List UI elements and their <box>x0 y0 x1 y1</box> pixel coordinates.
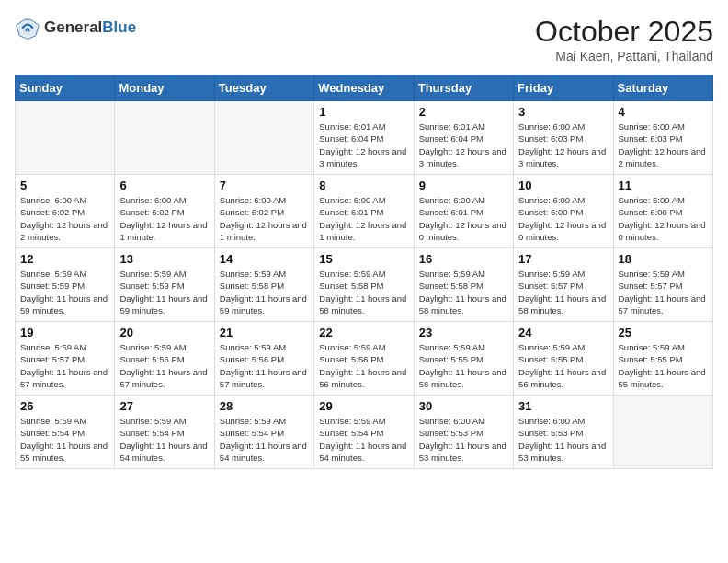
day-cell-1-3: 8Sunrise: 6:00 AMSunset: 6:01 PMDaylight… <box>314 175 414 248</box>
day-cell-4-5: 31Sunrise: 6:00 AMSunset: 5:53 PMDayligh… <box>514 396 613 469</box>
week-row-1: 1Sunrise: 6:01 AMSunset: 6:04 PMDaylight… <box>16 101 713 175</box>
day-number: 13 <box>119 252 209 266</box>
day-number: 27 <box>119 399 209 413</box>
logo-text: GeneralBlue <box>44 18 136 37</box>
day-info: Sunrise: 5:59 AMSunset: 5:59 PMDaylight:… <box>119 268 209 316</box>
week-row-5: 26Sunrise: 5:59 AMSunset: 5:54 PMDayligh… <box>16 396 713 469</box>
header-tuesday: Tuesday <box>214 75 313 101</box>
day-info: Sunrise: 5:59 AMSunset: 5:54 PMDaylight:… <box>20 415 109 464</box>
day-info: Sunrise: 5:59 AMSunset: 5:58 PMDaylight:… <box>419 268 508 316</box>
day-number: 29 <box>319 399 408 413</box>
day-cell-0-6: 4Sunrise: 6:00 AMSunset: 6:03 PMDaylight… <box>613 101 712 175</box>
logo: GeneralBlue <box>15 15 136 40</box>
day-cell-2-5: 17Sunrise: 5:59 AMSunset: 5:57 PMDayligh… <box>514 248 613 322</box>
day-number: 11 <box>619 178 708 192</box>
day-info: Sunrise: 6:00 AMSunset: 6:02 PMDaylight:… <box>220 194 309 243</box>
day-info: Sunrise: 6:00 AMSunset: 6:02 PMDaylight:… <box>119 194 209 243</box>
day-info: Sunrise: 6:00 AMSunset: 6:02 PMDaylight:… <box>20 194 109 243</box>
logo-icon <box>15 15 40 40</box>
day-cell-1-4: 9Sunrise: 6:00 AMSunset: 6:01 PMDaylight… <box>414 175 513 248</box>
location: Mai Kaen, Pattani, Thailand <box>535 49 713 63</box>
day-number: 2 <box>419 105 508 119</box>
day-number: 6 <box>119 178 209 192</box>
day-cell-1-2: 7Sunrise: 6:00 AMSunset: 6:02 PMDaylight… <box>214 175 313 248</box>
day-cell-0-2 <box>214 101 313 175</box>
day-info: Sunrise: 6:01 AMSunset: 6:04 PMDaylight:… <box>319 121 408 169</box>
day-cell-1-0: 5Sunrise: 6:00 AMSunset: 6:02 PMDaylight… <box>16 175 115 248</box>
calendar-table: Sunday Monday Tuesday Wednesday Thursday… <box>15 75 713 469</box>
day-cell-3-5: 24Sunrise: 5:59 AMSunset: 5:55 PMDayligh… <box>514 322 613 396</box>
month-title: October 2025 <box>535 15 713 49</box>
day-number: 21 <box>220 326 309 339</box>
page-header: GeneralBlue October 2025 Mai Kaen, Patta… <box>15 15 713 63</box>
day-number: 19 <box>20 326 109 339</box>
day-info: Sunrise: 5:59 AMSunset: 5:57 PMDaylight:… <box>619 268 708 316</box>
day-info: Sunrise: 5:59 AMSunset: 5:56 PMDaylight:… <box>220 341 309 390</box>
day-cell-4-0: 26Sunrise: 5:59 AMSunset: 5:54 PMDayligh… <box>16 396 115 469</box>
day-number: 30 <box>419 399 508 413</box>
header-saturday: Saturday <box>613 75 712 101</box>
day-info: Sunrise: 6:00 AMSunset: 6:00 PMDaylight:… <box>518 194 608 243</box>
title-section: October 2025 Mai Kaen, Pattani, Thailand <box>535 15 713 63</box>
day-cell-2-4: 16Sunrise: 5:59 AMSunset: 5:58 PMDayligh… <box>414 248 513 322</box>
day-info: Sunrise: 6:00 AMSunset: 6:01 PMDaylight:… <box>319 194 408 243</box>
day-number: 8 <box>319 178 408 192</box>
day-info: Sunrise: 5:59 AMSunset: 5:55 PMDaylight:… <box>518 341 608 390</box>
day-cell-3-0: 19Sunrise: 5:59 AMSunset: 5:57 PMDayligh… <box>16 322 115 396</box>
week-row-2: 5Sunrise: 6:00 AMSunset: 6:02 PMDaylight… <box>16 175 713 248</box>
day-number: 24 <box>518 326 608 339</box>
day-number: 9 <box>419 178 508 192</box>
day-cell-3-3: 22Sunrise: 5:59 AMSunset: 5:56 PMDayligh… <box>314 322 414 396</box>
day-info: Sunrise: 6:00 AMSunset: 5:53 PMDaylight:… <box>518 415 608 464</box>
day-number: 25 <box>619 326 708 339</box>
day-info: Sunrise: 6:01 AMSunset: 6:04 PMDaylight:… <box>419 121 508 169</box>
day-info: Sunrise: 6:00 AMSunset: 5:53 PMDaylight:… <box>419 415 508 464</box>
day-info: Sunrise: 5:59 AMSunset: 5:58 PMDaylight:… <box>319 268 408 316</box>
day-cell-1-1: 6Sunrise: 6:00 AMSunset: 6:02 PMDaylight… <box>115 175 214 248</box>
day-info: Sunrise: 6:00 AMSunset: 6:01 PMDaylight:… <box>419 194 508 243</box>
day-cell-1-6: 11Sunrise: 6:00 AMSunset: 6:00 PMDayligh… <box>613 175 712 248</box>
day-info: Sunrise: 5:59 AMSunset: 5:57 PMDaylight:… <box>518 268 608 316</box>
calendar-header-row: Sunday Monday Tuesday Wednesday Thursday… <box>16 75 713 101</box>
day-cell-4-4: 30Sunrise: 6:00 AMSunset: 5:53 PMDayligh… <box>414 396 513 469</box>
day-number: 16 <box>419 252 508 266</box>
day-cell-4-6 <box>613 396 712 469</box>
day-info: Sunrise: 6:00 AMSunset: 6:03 PMDaylight:… <box>518 121 608 169</box>
day-number: 20 <box>119 326 209 339</box>
day-number: 14 <box>220 252 309 266</box>
day-cell-3-1: 20Sunrise: 5:59 AMSunset: 5:56 PMDayligh… <box>115 322 214 396</box>
day-number: 15 <box>319 252 408 266</box>
day-info: Sunrise: 6:00 AMSunset: 6:03 PMDaylight:… <box>619 121 708 169</box>
day-number: 22 <box>319 326 408 339</box>
day-number: 31 <box>518 399 608 413</box>
day-info: Sunrise: 6:00 AMSunset: 6:00 PMDaylight:… <box>619 194 708 243</box>
day-number: 10 <box>518 178 608 192</box>
day-number: 17 <box>518 252 608 266</box>
day-number: 3 <box>518 105 608 119</box>
day-cell-2-3: 15Sunrise: 5:59 AMSunset: 5:58 PMDayligh… <box>314 248 414 322</box>
day-number: 1 <box>319 105 408 119</box>
header-thursday: Thursday <box>414 75 513 101</box>
day-cell-0-4: 2Sunrise: 6:01 AMSunset: 6:04 PMDaylight… <box>414 101 513 175</box>
day-info: Sunrise: 5:59 AMSunset: 5:56 PMDaylight:… <box>319 341 408 390</box>
day-info: Sunrise: 5:59 AMSunset: 5:54 PMDaylight:… <box>220 415 309 464</box>
day-cell-2-2: 14Sunrise: 5:59 AMSunset: 5:58 PMDayligh… <box>214 248 313 322</box>
day-cell-3-2: 21Sunrise: 5:59 AMSunset: 5:56 PMDayligh… <box>214 322 313 396</box>
day-cell-4-2: 28Sunrise: 5:59 AMSunset: 5:54 PMDayligh… <box>214 396 313 469</box>
week-row-4: 19Sunrise: 5:59 AMSunset: 5:57 PMDayligh… <box>16 322 713 396</box>
day-number: 4 <box>619 105 708 119</box>
day-number: 18 <box>619 252 708 266</box>
day-cell-3-6: 25Sunrise: 5:59 AMSunset: 5:55 PMDayligh… <box>613 322 712 396</box>
header-monday: Monday <box>115 75 214 101</box>
day-info: Sunrise: 5:59 AMSunset: 5:56 PMDaylight:… <box>119 341 209 390</box>
day-info: Sunrise: 5:59 AMSunset: 5:55 PMDaylight:… <box>619 341 708 390</box>
day-cell-2-6: 18Sunrise: 5:59 AMSunset: 5:57 PMDayligh… <box>613 248 712 322</box>
day-info: Sunrise: 5:59 AMSunset: 5:54 PMDaylight:… <box>319 415 408 464</box>
day-number: 7 <box>220 178 309 192</box>
day-cell-0-1 <box>115 101 214 175</box>
day-cell-4-3: 29Sunrise: 5:59 AMSunset: 5:54 PMDayligh… <box>314 396 414 469</box>
day-number: 28 <box>220 399 309 413</box>
day-info: Sunrise: 5:59 AMSunset: 5:55 PMDaylight:… <box>419 341 508 390</box>
day-cell-3-4: 23Sunrise: 5:59 AMSunset: 5:55 PMDayligh… <box>414 322 513 396</box>
day-number: 5 <box>20 178 109 192</box>
